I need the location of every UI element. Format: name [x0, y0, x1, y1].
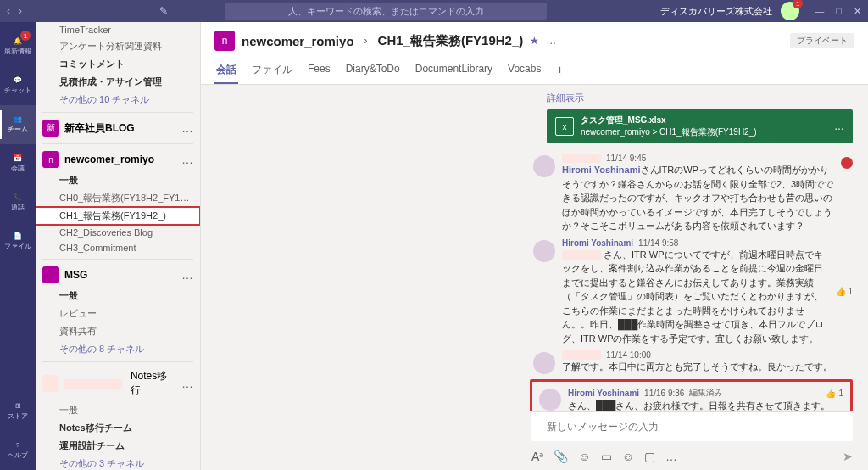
channel-item[interactable]: Notes移行チーム	[36, 419, 200, 437]
composer[interactable]	[531, 411, 853, 441]
channel-item[interactable]: その他の 8 チャネル	[36, 340, 200, 358]
gif-icon[interactable]: ▭	[601, 450, 612, 463]
tab-strip: 会話ファイルFeesDiary&ToDoDocumentLibraryVocab…	[214, 58, 854, 84]
avatar-badge: 1	[793, 0, 803, 8]
compose-icon[interactable]: ✎	[159, 5, 168, 17]
channel-item[interactable]: 一般	[36, 171, 200, 189]
more-icon[interactable]: …	[665, 450, 677, 463]
forward-icon[interactable]: ›	[19, 5, 22, 17]
tab-vocabs[interactable]: Vocabs	[506, 58, 542, 84]
team-row[interactable]: MSG…	[36, 263, 200, 287]
message: Hiromi Yoshinami11/14 9:58 さん、ITR WPについて…	[533, 238, 853, 346]
help-icon: ?	[16, 441, 19, 449]
channel-item[interactable]: 運用設計チーム	[36, 437, 200, 455]
rail-store[interactable]: ⊞ストア	[0, 392, 36, 431]
more-icon[interactable]: …	[546, 35, 556, 47]
back-icon[interactable]: ‹	[7, 5, 10, 17]
more-icon[interactable]: …	[834, 120, 844, 132]
rail-files[interactable]: 📄ファイル	[0, 222, 36, 261]
breadcrumb-team[interactable]: newcomer_romiyo	[242, 34, 354, 48]
attach-icon[interactable]: 📎	[554, 450, 568, 463]
composer-input[interactable]	[547, 421, 837, 433]
highlighted-message: Hiromi Yoshinami11/16 9:36編集済み 👍 1 さん、██…	[530, 379, 853, 411]
star-icon[interactable]: ★	[530, 35, 539, 47]
private-pill: プライベート	[790, 33, 854, 48]
minimize-icon[interactable]: —	[815, 6, 824, 17]
search-input[interactable]: 人、キーワードの検索、またはコマンドの入力	[225, 3, 547, 20]
close-icon[interactable]: ✕	[854, 6, 861, 17]
like-count[interactable]: 👍 1	[826, 389, 843, 398]
team-row[interactable]: nnewcomer_romiyo…	[36, 148, 200, 171]
channel-item[interactable]: 一般	[36, 287, 200, 305]
emoji-icon[interactable]: ☺	[578, 450, 590, 463]
tab-diary&todo[interactable]: Diary&ToDo	[344, 58, 402, 84]
team-row[interactable]: 新新卒社員BLOG…	[36, 116, 200, 140]
channel-item[interactable]: 見積作成・アサイン管理	[36, 73, 200, 91]
channel-item[interactable]: その他の 10 チャネル	[36, 91, 200, 109]
breadcrumb-channel: CH1_報告業務(FY19H2_)	[378, 33, 524, 49]
message-list[interactable]: 詳細表示 x タスク管理_MSG.xlsx newcomer_romiyo > …	[201, 85, 868, 411]
message: 11/14 10:00 了解です。本日中に両方とも完了しそうですね。良かったです…	[533, 350, 853, 374]
send-icon[interactable]: ➤	[843, 450, 853, 463]
team-row[interactable]: Notes移行…	[36, 366, 200, 401]
channel-item[interactable]: レビュー	[36, 305, 200, 322]
avatar[interactable]: 1	[781, 2, 799, 20]
channel-item[interactable]: CH3_Commitment	[36, 240, 200, 255]
tab-ファイル[interactable]: ファイル	[250, 58, 294, 84]
avatar	[533, 155, 555, 177]
like-count[interactable]: 👍 1	[836, 238, 853, 346]
tab-documentlibrary[interactable]: DocumentLibrary	[414, 58, 494, 84]
file-name: タスク管理_MSG.xlsx	[581, 115, 757, 126]
sticker-icon[interactable]: ☺	[622, 450, 634, 463]
chat-icon: 💬	[14, 76, 22, 84]
calendar-icon: 📅	[14, 154, 22, 162]
title-bar: ‹ › ✎ 人、キーワードの検索、またはコマンドの入力 ディスカバリーズ株式会社…	[0, 0, 868, 22]
maximize-icon[interactable]: □	[836, 6, 842, 17]
alert-icon	[841, 157, 853, 169]
team-avatar: n	[214, 31, 235, 51]
file-attachment[interactable]: x タスク管理_MSG.xlsx newcomer_romiyo > CH1_報…	[547, 109, 853, 143]
rail-chat[interactable]: 💬チャット	[0, 66, 36, 105]
file-path: newcomer_romiyo > CH1_報告業務(FY19H2_)	[581, 126, 757, 138]
channel-item[interactable]: TimeTracker	[36, 22, 200, 37]
rail-help[interactable]: ?ヘルプ	[0, 431, 36, 470]
channel-item[interactable]: CH2_Discoveries Blog	[36, 225, 200, 240]
avatar	[539, 389, 561, 411]
file-icon: 📄	[14, 232, 22, 240]
app-rail: 🔔最新情報1 💬チャット 👥チーム 📅会議 📞通話 📄ファイル … ⊞ストア ?…	[0, 22, 36, 470]
message: 11/14 9:45 Hiromi YoshinamiさんITRのWPってどれく…	[533, 154, 853, 233]
avatar	[533, 240, 555, 262]
format-icon[interactable]: Aᵃ	[531, 450, 543, 463]
chat-header: n newcomer_romiyo › CH1_報告業務(FY19H2_) ★ …	[201, 22, 868, 85]
channel-list: TimeTrackerアンケート分析関連資料コミットメント見積作成・アサイン管理…	[36, 22, 201, 470]
channel-item[interactable]: 資料共有	[36, 322, 200, 340]
channel-item[interactable]: アンケート分析関連資料	[36, 37, 200, 55]
detail-toggle[interactable]: 詳細表示	[216, 92, 853, 104]
avatar	[533, 352, 555, 374]
channel-item[interactable]: その他の 3 チャネル	[36, 455, 200, 470]
channel-item[interactable]: CH0_報告業務(FY18H2_FY19H1)	[36, 189, 200, 207]
excel-icon: x	[555, 117, 574, 136]
tab-add[interactable]: +	[554, 58, 565, 84]
chevron-right-icon: ›	[364, 35, 368, 47]
channel-item[interactable]: 一般	[36, 401, 200, 419]
chat-content: n newcomer_romiyo › CH1_報告業務(FY19H2_) ★ …	[201, 22, 868, 470]
channel-item[interactable]: コミットメント	[36, 55, 200, 73]
rail-more[interactable]: …	[0, 261, 36, 300]
rail-calls[interactable]: 📞通話	[0, 183, 36, 222]
meet-icon[interactable]: ▢	[644, 450, 655, 463]
phone-icon: 📞	[14, 193, 22, 201]
composer-toolbar: Aᵃ 📎 ☺ ▭ ☺ ▢ … ➤	[531, 450, 853, 463]
rail-activity[interactable]: 🔔最新情報1	[0, 27, 36, 66]
teams-icon: 👥	[14, 115, 22, 123]
tab-fees[interactable]: Fees	[306, 58, 332, 84]
org-label: ディスカバリーズ株式会社	[660, 5, 772, 18]
rail-meetings[interactable]: 📅会議	[0, 144, 36, 183]
store-icon: ⊞	[15, 402, 21, 410]
tab-会話[interactable]: 会話	[214, 58, 238, 84]
rail-teams[interactable]: 👥チーム	[0, 105, 36, 144]
channel-item[interactable]: CH1_報告業務(FY19H2_)	[36, 207, 200, 225]
